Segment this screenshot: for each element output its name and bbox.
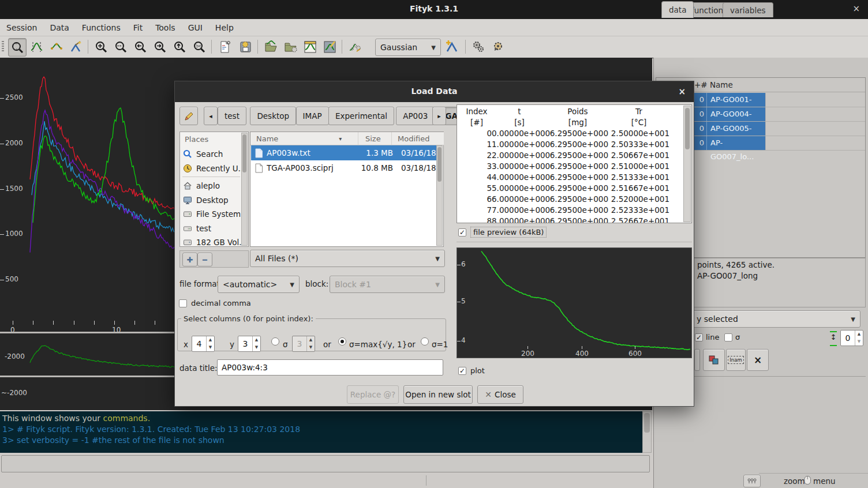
add-function-button[interactable] [443,38,461,55]
transform-data-button[interactable] [703,349,725,371]
zoom-prev-left-button[interactable] [132,38,149,55]
load-data-custom-button[interactable] [282,38,299,55]
x-label: x [184,340,188,349]
preview-scrollbar-thumb[interactable] [685,108,690,149]
menu-session[interactable]: Session [0,20,43,35]
stepper-up-icon[interactable]: ▲ [253,336,260,344]
data-title-input[interactable] [217,359,443,376]
delete-data-button[interactable]: × [747,349,769,371]
sigma-checkbox[interactable]: σ [724,333,740,341]
baseline-mode-button[interactable] [47,38,65,55]
auto-guess-button[interactable] [346,38,364,55]
format-select[interactable]: <automatic> ▼ [218,276,300,293]
file-column-name[interactable]: Name ▾ [250,132,364,145]
sigma-column-stepper[interactable]: 3 ▲▼ [292,336,315,352]
path-button-experimental[interactable]: Experimental [328,107,394,125]
sigma-column-radio[interactable] [271,337,279,346]
function-type-select[interactable]: Gaussian ▼ [375,39,441,56]
place-item-test[interactable]: test [183,222,245,235]
file-preview-table[interactable]: IndextPoidsTr[#][s][mg][°C]00.00000e+000… [457,104,692,223]
x-column-stepper[interactable]: 4 ▲▼ [192,336,215,352]
dialog-close-icon[interactable]: × [678,87,686,97]
stepper-down-icon[interactable]: ▼ [307,344,315,351]
path-forward-button[interactable]: ▸ [432,107,446,125]
zoom-up-button[interactable] [171,38,188,55]
close-button[interactable]: ✕ Close [477,385,523,404]
sigma-one-radio[interactable] [421,337,429,346]
file-list-scrollbar-thumb[interactable] [437,147,442,182]
menu-help[interactable]: Help [209,20,240,35]
console-scrollbar-thumb[interactable] [644,413,650,433]
place-item-search[interactable]: Search [183,147,245,161]
file-column-modified[interactable]: Modified [391,132,444,145]
tab-data[interactable]: data [661,1,694,18]
console-scrollbar[interactable] [642,411,652,453]
open-new-slot-button[interactable]: Open in new slot [403,385,473,404]
menu-functions[interactable]: Functions [76,20,127,35]
preview-scrollbar[interactable] [683,106,691,222]
replace-button[interactable]: Replace @? [347,385,399,404]
file-preview-checkbox[interactable]: ✓ file preview (64kB) [458,227,547,238]
zoom-right-button[interactable] [151,38,169,55]
places-scrollbar-thumb[interactable] [242,134,246,172]
mouse-config-button[interactable] [743,475,761,487]
stepper-up-icon[interactable]: ▲ [307,336,315,344]
menu-fit[interactable]: Fit [127,20,149,35]
window-close-button[interactable]: × [852,3,860,14]
menu-data[interactable]: Data [43,20,75,35]
path-button-imap[interactable]: IMAP [296,107,329,125]
edit-init-script-button[interactable] [237,38,254,55]
fit-run-button[interactable] [470,38,487,55]
load-data-button[interactable] [262,38,279,55]
plot-checkbox[interactable]: ✓ plot [458,366,485,375]
stepper-down-icon[interactable]: ▼ [207,344,214,351]
place-item-file-system[interactable]: File System [183,207,245,221]
places-scrollbar[interactable] [241,133,248,246]
place-item-recently-u-[interactable]: Recently U... [183,162,245,175]
tab-variables[interactable]: variables [723,2,773,17]
aux2-tick-label: ~-2000 [1,389,27,397]
stepper-up-icon[interactable]: ▲ [207,336,214,344]
block-select[interactable]: Block #1 ▼ [330,276,445,293]
file-row[interactable]: TGA-AP003.sciprj10.8 MB03/18/18 [251,160,443,175]
path-button-desktop[interactable]: Desktop [250,107,296,125]
partial-button[interactable] [694,349,700,371]
menu-tools[interactable]: Tools [149,20,182,35]
data-range-mode-button[interactable] [28,38,45,55]
point-size-stepper[interactable]: 0 ▲▼ [840,330,863,346]
path-back-button[interactable]: ◂ [204,107,218,125]
stepper-down-icon[interactable]: ▼ [253,344,260,351]
menu-gui[interactable]: GUI [182,20,209,35]
line-checkbox[interactable]: ✓ line [695,333,719,341]
file-list-scrollbar[interactable] [436,145,443,246]
edit-session-button[interactable] [321,38,338,55]
stepper-up-icon[interactable]: ▲ [855,331,863,338]
session-log-button[interactable] [216,38,233,55]
zoom-mode-button[interactable] [8,38,27,57]
add-place-button[interactable]: ✚ [182,253,197,266]
add-peak-mode-button[interactable] [67,38,84,55]
file-filter-select[interactable]: All Files (*) ▼ [250,250,445,267]
save-session-button[interactable] [301,38,319,55]
sigma-sqrt-radio[interactable] [338,337,346,346]
rename-icon: Inam [728,356,743,364]
command-input[interactable] [1,455,650,472]
stepper-down-icon[interactable]: ▼ [855,338,863,346]
edit-path-button[interactable] [179,107,198,125]
zoom-undo-button[interactable] [190,38,208,55]
remove-place-button[interactable]: ━ [197,253,212,266]
fit-continue-button[interactable] [489,38,507,55]
decimal-comma-checkbox[interactable]: decimal comma [179,299,251,307]
toolbar-drag-handle[interactable] [2,41,4,52]
rename-data-button[interactable]: Inam [726,349,746,371]
path-button-ap003[interactable]: AP003 [396,107,435,125]
file-row[interactable]: AP003w.txt1.3 MB03/16/18 [251,145,443,160]
place-item-182-gb-vol-[interactable]: 182 GB Vol... [183,235,245,249]
zoom-vert-button[interactable] [112,38,129,55]
zoom-all-button[interactable] [92,38,110,55]
place-item-aleplo[interactable]: aleplo [183,179,245,193]
console-output[interactable]: This window shows your commands. 1> # Fi… [0,411,642,453]
path-button-test[interactable]: test [218,107,246,125]
y-column-stepper[interactable]: 3 ▲▼ [238,336,261,352]
place-item-desktop[interactable]: Desktop [183,193,245,207]
